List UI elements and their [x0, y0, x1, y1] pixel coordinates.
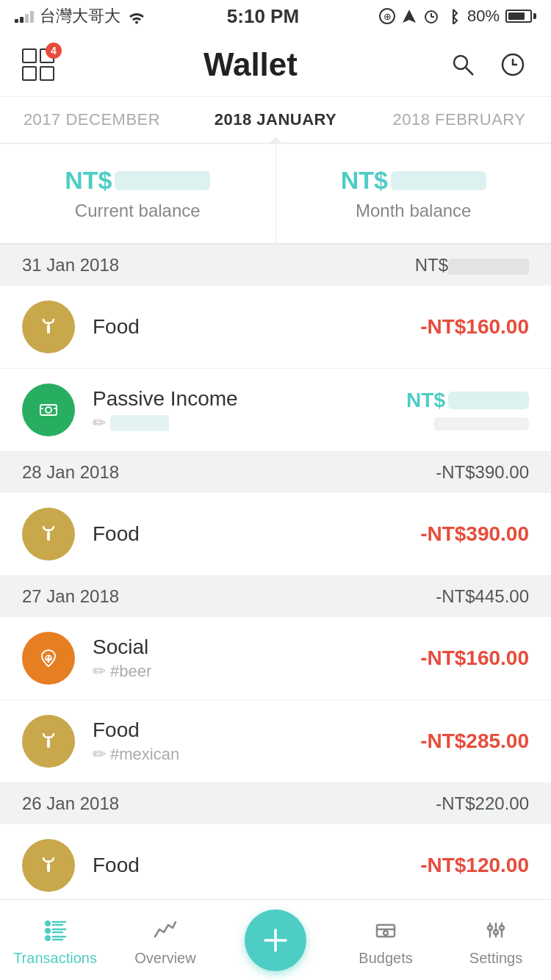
svg-point-36 [383, 931, 388, 935]
svg-marker-2 [403, 10, 416, 23]
date-total: NT$ [415, 255, 529, 275]
svg-text:⊕: ⊕ [383, 11, 391, 22]
list-item[interactable]: Food -NT$390.00 [0, 493, 551, 576]
list-item[interactable]: Food -NT$160.00 [0, 286, 551, 369]
list-item[interactable]: Social ✏ #beer -NT$160.00 [0, 617, 551, 700]
svg-line-8 [466, 68, 473, 75]
carrier-label: 台灣大哥大 [40, 5, 120, 27]
svg-point-25 [45, 920, 51, 926]
current-balance-label: Current balance [15, 201, 261, 221]
food-category-icon [22, 839, 75, 892]
tab-december[interactable]: 2017 DECEMBER [0, 97, 184, 143]
svg-point-42 [494, 930, 498, 934]
status-right: ⊕ 80% [379, 7, 536, 26]
transaction-amount: NT$ [406, 389, 529, 432]
nav-budgets-label: Budgets [359, 950, 412, 967]
month-balance-label: Month balance [291, 201, 537, 221]
transaction-name: Social [93, 635, 420, 659]
food-category-icon [22, 508, 75, 561]
page-title: Wallet [204, 46, 298, 83]
date-total: -NT$220.00 [436, 793, 529, 814]
tab-january[interactable]: 2018 JANUARY [184, 97, 367, 143]
food-category-icon [22, 715, 75, 768]
tab-february[interactable]: 2018 FEBRUARY [367, 97, 551, 143]
date-row: 27 Jan 2018 -NT$445.00 [0, 576, 551, 617]
nav-overview-label: Overview [134, 950, 195, 967]
date-label: 31 Jan 2018 [22, 255, 119, 275]
notification-badge: 4 [46, 43, 62, 59]
transaction-tag: ✏ #beer [93, 662, 420, 681]
social-category-icon [22, 632, 75, 685]
nav-overview[interactable]: Overview [110, 913, 220, 967]
income-category-icon [22, 383, 75, 436]
history-button[interactable] [497, 48, 529, 81]
wifi-icon [126, 8, 147, 24]
current-balance-amount: NT$ [15, 166, 261, 195]
nav-add[interactable] [220, 909, 331, 971]
settings-icon [480, 913, 512, 945]
status-time: 5:10 PM [227, 5, 299, 28]
svg-point-28 [45, 928, 51, 934]
date-label: 28 Jan 2018 [22, 462, 119, 483]
header-left: 4 [22, 48, 54, 81]
transaction-info: Passive Income ✏ [93, 387, 406, 433]
month-balance-amount: NT$ [291, 166, 537, 195]
transaction-info: Food [93, 854, 420, 877]
signal-bars [15, 10, 34, 23]
bottom-nav: Transactions Overview Budgets [0, 899, 551, 980]
nav-budgets[interactable]: Budgets [331, 913, 441, 967]
transaction-name: Food [93, 854, 420, 877]
svg-rect-11 [47, 325, 50, 334]
svg-rect-22 [47, 739, 50, 748]
transaction-name: Food [93, 315, 420, 339]
date-row: 26 Jan 2018 -NT$220.00 [0, 783, 551, 824]
status-bar: 台灣大哥大 5:10 PM ⊕ 80% [0, 0, 551, 32]
location-icon [401, 8, 417, 24]
transaction-name: Food [93, 718, 420, 742]
date-label: 27 Jan 2018 [22, 586, 119, 607]
transaction-name: Passive Income [93, 387, 406, 411]
app-header: 4 Wallet [0, 32, 551, 97]
transaction-info: Food [93, 315, 420, 339]
current-balance-blurred [115, 171, 210, 190]
date-label: 26 Jan 2018 [22, 793, 119, 814]
transaction-amount: -NT$160.00 [420, 315, 529, 339]
month-tabs: 2017 DECEMBER 2018 JANUARY 2018 FEBRUARY [0, 97, 551, 144]
nav-transactions-label: Transactions [13, 950, 97, 967]
nav-settings-label: Settings [469, 950, 522, 967]
battery-icon [505, 10, 536, 23]
search-button[interactable] [447, 48, 479, 81]
transaction-info: Food ✏ #mexican [93, 718, 420, 764]
nav-transactions[interactable]: Transactions [0, 913, 110, 967]
transaction-amount: -NT$120.00 [420, 854, 529, 877]
current-balance-card: NT$ Current balance [0, 144, 276, 243]
add-button[interactable] [245, 909, 306, 971]
month-balance-card: NT$ Month balance [276, 144, 552, 243]
transaction-amount: -NT$160.00 [420, 646, 529, 670]
overview-icon [149, 913, 181, 945]
svg-point-39 [488, 926, 492, 930]
transaction-name: Food [93, 522, 420, 546]
transactions-icon [39, 913, 71, 945]
content-scroll: NT$ Current balance NT$ Month balance 31… [0, 144, 551, 980]
list-item[interactable]: Passive Income ✏ NT$ [0, 369, 551, 452]
transaction-list: 31 Jan 2018 NT$ Food -NT$160.00 [0, 245, 551, 907]
date-row: 28 Jan 2018 -NT$390.00 [0, 452, 551, 493]
food-category-icon [22, 300, 75, 353]
nav-settings[interactable]: Settings [441, 913, 551, 967]
svg-rect-24 [47, 863, 50, 872]
svg-rect-17 [47, 532, 50, 541]
lock-rotation-icon: ⊕ [379, 8, 395, 24]
svg-point-7 [454, 56, 467, 69]
transaction-tag: ✏ #mexican [93, 745, 420, 764]
svg-point-13 [46, 407, 51, 413]
svg-point-45 [500, 926, 504, 930]
transaction-info: Food [93, 522, 420, 546]
transaction-amount: -NT$285.00 [420, 729, 529, 753]
transaction-info: Social ✏ #beer [93, 635, 420, 681]
transaction-amount: -NT$390.00 [420, 522, 529, 546]
list-item[interactable]: Food -NT$120.00 [0, 824, 551, 907]
status-left: 台灣大哥大 [15, 5, 147, 27]
alarm-icon [423, 8, 439, 24]
list-item[interactable]: Food ✏ #mexican -NT$285.00 [0, 700, 551, 783]
